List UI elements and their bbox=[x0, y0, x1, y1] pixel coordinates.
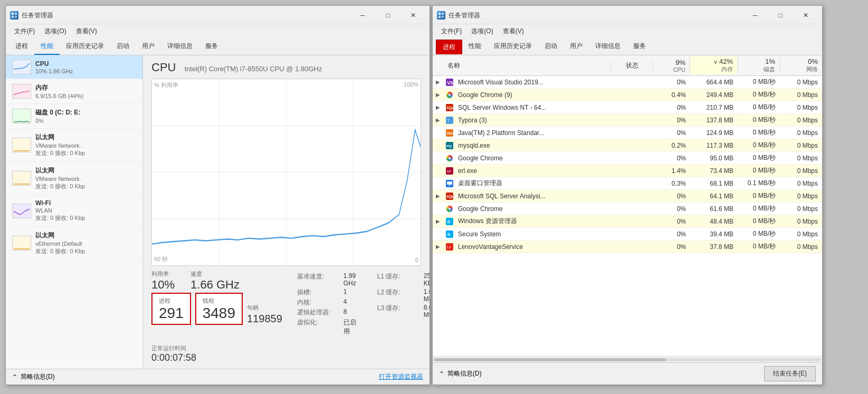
table-row[interactable]: ▶ SQL SQL Server Windows NT - 64... 0% 2… bbox=[433, 101, 822, 114]
table-row[interactable]: ▶ VS Microsoft Visual Studio 2019... 0% … bbox=[433, 76, 822, 89]
right-tab-startup[interactable]: 启动 bbox=[538, 39, 564, 55]
row-memory-7: 73.4 MB bbox=[690, 167, 738, 175]
right-tab-services[interactable]: 服务 bbox=[627, 39, 652, 55]
svg-rect-2 bbox=[12, 16, 14, 18]
left-menu-file[interactable]: 文件(F) bbox=[10, 25, 39, 37]
sidebar-item-memory[interactable]: 内存 6.9/15.6 GB (44%) bbox=[6, 79, 142, 104]
row-expand-0[interactable]: ▶ bbox=[433, 79, 443, 85]
svg-text:T: T bbox=[447, 118, 450, 123]
right-titlebar-left: 任务管理器 bbox=[437, 11, 480, 20]
row-expand-3[interactable]: ▶ bbox=[433, 117, 443, 123]
row-cpu-12: 0% bbox=[653, 230, 690, 238]
row-disk-8: 0.1 MB/秒 bbox=[738, 179, 780, 188]
right-menu-file[interactable]: 文件(F) bbox=[437, 25, 466, 37]
sidebar-ethernet2-value: VMware Network . bbox=[35, 176, 85, 182]
sidebar-item-ethernet1[interactable]: 以太网 VMware Network . 发送: 0 接收: 0 Kbp bbox=[6, 129, 142, 162]
row-icon-1 bbox=[445, 91, 454, 99]
th-cpu-pct: 9% bbox=[657, 59, 685, 66]
row-disk-5: 0 MB/秒 bbox=[738, 141, 780, 150]
table-row[interactable]: erl erl.exe 1.4% 73.4 MB 0 MB/秒 0 Mbps bbox=[433, 165, 822, 177]
row-disk-13: 0 MB/秒 bbox=[738, 242, 780, 251]
sidebar-item-cpu[interactable]: CPU 10% 1.66 GHz bbox=[6, 55, 142, 79]
left-tab-services[interactable]: 服务 bbox=[199, 39, 224, 55]
row-expand-1[interactable]: ▶ bbox=[433, 92, 443, 98]
row-network-1: 0 Mbps bbox=[780, 91, 822, 99]
cpu-model: Intel(R) Core(TM) i7-8550U CPU @ 1.80GHz bbox=[184, 65, 322, 73]
right-tab-process[interactable]: 进程 bbox=[436, 40, 462, 54]
row-expand-13[interactable]: ▶ bbox=[433, 244, 443, 249]
left-tab-details[interactable]: 详细信息 bbox=[161, 39, 199, 55]
horizontal-scrollbar[interactable] bbox=[433, 356, 822, 362]
sidebar-disk-chart bbox=[12, 109, 31, 123]
right-tab-performance[interactable]: 性能 bbox=[462, 39, 488, 55]
sidebar-item-ethernet3[interactable]: 以太网 vEthernet (Default 发送: 0 接收: 0 Kbp bbox=[6, 227, 142, 260]
left-tab-startup[interactable]: 启动 bbox=[110, 39, 136, 55]
table-row[interactable]: ▶ SQL Microsoft SQL Server Analysi... 0%… bbox=[433, 190, 822, 203]
th-name[interactable]: 名称 bbox=[443, 60, 611, 71]
row-cpu-9: 0% bbox=[653, 193, 690, 200]
sidebar-wifi-label: Wi-Fi bbox=[35, 199, 85, 207]
sidebar-ethernet3-label: 以太网 bbox=[35, 231, 85, 240]
row-expand-2[interactable]: ▶ bbox=[433, 104, 443, 110]
runtime-section: 正常运行时间 0:00:07:58 bbox=[151, 344, 421, 363]
sidebar-item-disk[interactable]: 磁盘 0 (C: D: E: 0% bbox=[6, 104, 142, 129]
sidebar-memory-value: 6.9/15.6 GB (44%) bbox=[35, 93, 83, 99]
row-name-1: Google Chrome (9) bbox=[456, 91, 611, 99]
th-disk[interactable]: 1% 磁盘 bbox=[738, 56, 780, 74]
svg-point-18 bbox=[449, 94, 451, 96]
right-bottombar: ⌃ 简略信息(D) 结束任务(E) bbox=[433, 362, 822, 385]
row-memory-11: 48.4 MB bbox=[690, 218, 738, 225]
sidebar-memory-chart bbox=[12, 84, 31, 99]
left-minimize-button[interactable]: ─ bbox=[350, 9, 375, 22]
table-row[interactable]: Google Chrome 0% 61.6 MB 0 MB/秒 0 Mbps bbox=[433, 203, 822, 215]
sidebar-wifi-info: Wi-Fi WLAN 发送: 0 接收: 0 Kbp bbox=[35, 199, 85, 222]
left-menu-view[interactable]: 查看(V) bbox=[72, 25, 101, 37]
th-cpu[interactable]: 9% CPU bbox=[653, 57, 690, 74]
sidebar-item-wifi[interactable]: Wi-Fi WLAN 发送: 0 接收: 0 Kbp bbox=[6, 195, 142, 227]
th-status[interactable]: 状态 bbox=[611, 60, 653, 71]
row-icon-3: T bbox=[445, 116, 454, 124]
end-task-button[interactable]: 结束任务(E) bbox=[764, 366, 816, 381]
table-row[interactable]: my mysqld.exe 0.2% 117.3 MB 0 MB/秒 0 Mbp… bbox=[433, 139, 822, 152]
left-tab-process[interactable]: 进程 bbox=[9, 39, 34, 55]
left-app-icon bbox=[10, 11, 18, 20]
base-speed-row: 基准速度: 1.99 GHz bbox=[297, 272, 356, 287]
open-resource-monitor-link[interactable]: 打开资源监视器 bbox=[379, 372, 423, 381]
row-network-7: 0 Mbps bbox=[780, 167, 822, 175]
left-tab-users[interactable]: 用户 bbox=[136, 39, 161, 55]
row-expand-9[interactable]: ▶ bbox=[433, 193, 443, 199]
th-memory[interactable]: ∨ 42% 内存 bbox=[690, 56, 738, 74]
left-close-button[interactable]: ✕ bbox=[401, 9, 425, 22]
table-row[interactable]: ▶ T Typora (3) 0% 137.8 MB 0 MB/秒 0 Mbps bbox=[433, 114, 822, 127]
row-name-3: Typora (3) bbox=[456, 117, 611, 124]
utilization-value: 10% bbox=[151, 279, 175, 291]
table-row[interactable]: ▶ Google Chrome (9) 0.4% 249.4 MB 0 MB/秒… bbox=[433, 89, 822, 101]
left-summary-button[interactable]: ⌃ 简略信息(D) bbox=[12, 372, 55, 381]
row-expand-11[interactable]: ▶ bbox=[433, 218, 443, 224]
left-tab-history[interactable]: 应用历史记录 bbox=[60, 39, 110, 55]
right-menu-view[interactable]: 查看(V) bbox=[499, 25, 528, 37]
table-row[interactable]: Java Java(TM) 2 Platform Standar... 0% 1… bbox=[433, 127, 822, 139]
table-row[interactable]: ▶ ⊞ Windows 资源管理器 0% 48.4 MB 0 MB/秒 0 Mb… bbox=[433, 215, 822, 228]
right-maximize-button[interactable]: □ bbox=[768, 9, 793, 22]
right-menu-options[interactable]: 选项(O) bbox=[467, 25, 497, 37]
left-maximize-button[interactable]: □ bbox=[376, 9, 400, 22]
right-summary-button[interactable]: ⌃ 简略信息(D) bbox=[439, 369, 482, 378]
table-row[interactable]: ▶ Lv LenovoVantageService 0% 37.8 MB 0 M… bbox=[433, 241, 822, 253]
right-minimize-button[interactable]: ─ bbox=[743, 9, 767, 22]
sidebar-item-ethernet2[interactable]: 以太网 VMware Network . 发送: 0 接收: 0 Kbp bbox=[6, 162, 142, 195]
right-tab-history[interactable]: 应用历史记录 bbox=[488, 39, 538, 55]
left-tab-performance[interactable]: 性能 bbox=[34, 39, 60, 55]
table-row[interactable]: 桌面窗口管理器 0.3% 68.1 MB 0.1 MB/秒 0 Mbps bbox=[433, 177, 822, 190]
table-row[interactable]: ⊞ Secure System 0% 39.4 MB 0 MB/秒 0 Mbps bbox=[433, 228, 822, 241]
row-network-5: 0 Mbps bbox=[780, 142, 822, 149]
right-tab-details[interactable]: 详细信息 bbox=[589, 39, 627, 55]
th-network[interactable]: 0% 网络 bbox=[780, 56, 822, 74]
speed-label: 速度 bbox=[190, 270, 240, 278]
row-icon-6 bbox=[445, 154, 454, 162]
right-close-button[interactable]: ✕ bbox=[794, 9, 818, 22]
left-menu-options[interactable]: 选项(O) bbox=[40, 25, 70, 37]
table-row[interactable]: Google Chrome 0% 95.0 MB 0 MB/秒 0 Mbps bbox=[433, 152, 822, 165]
right-tab-users[interactable]: 用户 bbox=[564, 39, 589, 55]
row-memory-13: 37.8 MB bbox=[690, 243, 738, 251]
